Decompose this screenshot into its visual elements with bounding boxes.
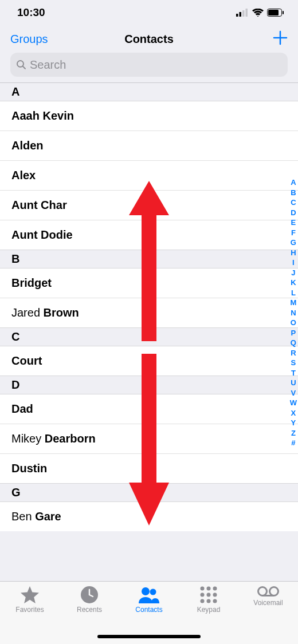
svg-rect-2 <box>242 10 245 17</box>
search-placeholder: Search <box>30 58 66 72</box>
index-letter[interactable]: L <box>291 288 296 298</box>
index-letter[interactable]: H <box>291 248 296 258</box>
index-letter[interactable]: F <box>291 228 296 238</box>
index-letter[interactable]: W <box>290 398 297 408</box>
svg-point-21 <box>207 599 211 603</box>
svg-point-19 <box>213 593 217 597</box>
index-letter[interactable]: I <box>292 258 295 268</box>
svg-point-24 <box>270 587 279 596</box>
index-letter[interactable]: Z <box>291 428 296 438</box>
svg-point-18 <box>207 593 211 597</box>
index-letter[interactable]: G <box>291 238 296 248</box>
battery-icon <box>267 9 284 17</box>
voicemail-icon <box>257 586 279 596</box>
tab-keypad[interactable]: Keypad <box>179 586 238 614</box>
scroll-arrow-down <box>129 354 169 526</box>
svg-marker-10 <box>129 354 169 526</box>
search-wrap: Search <box>0 53 298 82</box>
page-title: Contacts <box>124 33 174 46</box>
contact-row[interactable]: Alden <box>0 131 298 161</box>
index-letter[interactable]: # <box>291 438 295 448</box>
index-letter[interactable]: R <box>291 348 296 358</box>
index-letter[interactable]: S <box>291 358 296 368</box>
index-letter[interactable]: X <box>291 408 296 418</box>
wifi-icon <box>252 9 264 17</box>
keypad-icon <box>200 586 217 603</box>
tab-voicemail[interactable]: Voicemail <box>238 586 298 607</box>
index-letter[interactable]: B <box>291 188 296 198</box>
svg-point-16 <box>213 587 217 591</box>
nav-bar: Groups Contacts <box>0 25 298 53</box>
svg-rect-6 <box>283 11 284 14</box>
contact-row[interactable]: Aaah Kevin <box>0 101 298 131</box>
scroll-arrow-up <box>129 181 169 341</box>
home-indicator[interactable] <box>97 635 201 638</box>
tab-contacts[interactable]: Contacts <box>119 586 179 614</box>
svg-rect-3 <box>246 9 248 17</box>
svg-rect-5 <box>268 10 279 15</box>
svg-point-22 <box>213 599 217 603</box>
index-scrubber[interactable]: ABCDEFGHIJKLMNOPQRSTUVWXYZ# <box>290 177 297 448</box>
status-bar: 10:30 <box>0 0 298 25</box>
tab-label: Favorites <box>15 606 44 614</box>
contacts-icon <box>139 586 159 603</box>
star-icon <box>21 586 39 603</box>
status-icons <box>236 9 284 17</box>
index-letter[interactable]: E <box>291 218 296 228</box>
tab-favorites[interactable]: Favorites <box>0 586 60 614</box>
svg-line-8 <box>23 66 25 69</box>
svg-point-23 <box>258 587 267 596</box>
index-letter[interactable]: M <box>290 298 296 308</box>
index-letter[interactable]: P <box>291 328 296 338</box>
tab-recents[interactable]: Recents <box>60 586 119 614</box>
index-letter[interactable]: A <box>291 177 296 188</box>
svg-point-12 <box>142 587 150 595</box>
cellular-icon <box>236 9 249 17</box>
svg-marker-9 <box>129 181 169 341</box>
search-icon <box>16 60 26 70</box>
groups-button[interactable]: Groups <box>10 33 48 46</box>
tab-label: Voicemail <box>253 599 283 607</box>
tab-label: Keypad <box>197 606 221 614</box>
svg-rect-0 <box>236 14 238 17</box>
index-letter[interactable]: T <box>291 368 296 378</box>
clock-icon <box>81 586 98 603</box>
index-letter[interactable]: K <box>291 278 296 288</box>
section-header: A <box>0 83 298 101</box>
tab-label: Contacts <box>135 606 162 614</box>
index-letter[interactable]: C <box>291 197 296 208</box>
plus-icon <box>273 30 288 45</box>
status-time: 10:30 <box>17 6 45 19</box>
add-contact-button[interactable] <box>273 30 288 48</box>
tab-label: Recents <box>77 606 102 614</box>
index-letter[interactable]: U <box>291 378 296 388</box>
svg-point-13 <box>150 589 156 595</box>
svg-point-15 <box>207 587 211 591</box>
svg-point-17 <box>201 593 205 597</box>
index-letter[interactable]: V <box>291 388 296 398</box>
search-input[interactable]: Search <box>10 53 288 77</box>
svg-point-20 <box>201 599 205 603</box>
index-letter[interactable]: Y <box>291 418 296 428</box>
index-letter[interactable]: N <box>291 308 296 318</box>
svg-rect-1 <box>240 12 242 17</box>
svg-point-14 <box>201 587 205 591</box>
index-letter[interactable]: O <box>291 318 296 328</box>
index-letter[interactable]: J <box>291 268 295 278</box>
index-letter[interactable]: Q <box>291 338 296 348</box>
index-letter[interactable]: D <box>291 208 296 218</box>
